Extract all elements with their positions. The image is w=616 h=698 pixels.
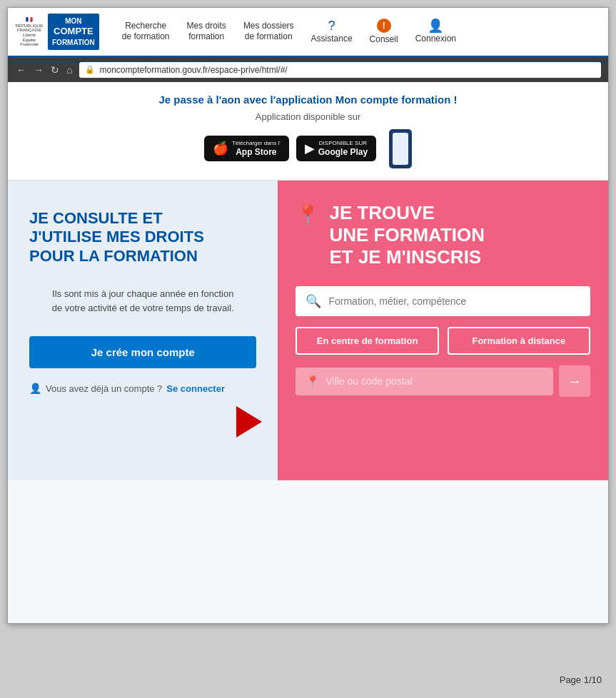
page-number: Page 1/10	[560, 674, 602, 685]
nav-item-connexion[interactable]: 👤 Connexion	[407, 16, 465, 48]
reload-button[interactable]: ↻	[49, 63, 61, 77]
arrow-container	[236, 406, 262, 437]
googleplay-small: DISPONIBLE SUR	[318, 140, 368, 147]
login-link[interactable]: Se connecter	[166, 383, 225, 394]
app-stores: 🍎 Télécharger dans l' App Store ▶ DISPON…	[22, 129, 594, 168]
appstore-small: Télécharger dans l'	[232, 140, 281, 147]
mcf-logo[interactable]: MON COMPTE FORMATION	[48, 14, 99, 50]
search-icon: 🔍	[306, 293, 321, 309]
location-pin-icon: 📍	[306, 375, 320, 388]
nav-dossiers-line1: Mes dossiers	[243, 21, 294, 32]
filter-centre-button[interactable]: En centre de formation	[296, 327, 438, 355]
right-panel-title: 📍 JE TROUVE UNE FORMATION ET JE M'INSCRI…	[296, 202, 590, 269]
republic-logo: 🇫🇷 RÉPUBLIQUEFRANÇAISELibertéÉgalitéFrat…	[15, 16, 44, 47]
google-icon: ▶	[305, 141, 315, 156]
formation-search-input[interactable]	[328, 295, 580, 307]
nav-connexion-label: Connexion	[415, 34, 456, 45]
logo-area: 🇫🇷 RÉPUBLIQUEFRANÇAISELibertéÉgalitéFrat…	[15, 14, 99, 50]
left-panel-description: Ils sont mis à jour chaque année en fonc…	[29, 287, 256, 315]
hero-wrapper: JE CONSULTE ET J'UTILISE MES DROITS POUR…	[8, 181, 608, 480]
filter-buttons: En centre de formation Formation à dista…	[296, 327, 590, 355]
location-row: 📍 →	[296, 365, 590, 397]
address-bar: ← → ↻ ⌂ 🔒 moncompteformation.gouv.fr/esp…	[8, 58, 608, 82]
apple-icon: 🍎	[213, 141, 228, 156]
map-pin-icon: 📍	[296, 203, 320, 228]
location-input[interactable]	[325, 375, 543, 387]
nav-recherche-line1: Recherche	[125, 21, 166, 32]
appstore-text: Télécharger dans l' App Store	[232, 140, 281, 157]
nav-droits-line1: Mes droits	[187, 21, 226, 32]
red-arrow-icon	[236, 406, 262, 437]
nav-dossiers-line2: de formation	[245, 31, 293, 43]
nav-item-conseil[interactable]: ! Conseil	[361, 16, 407, 49]
navigation-bar: 🇫🇷 RÉPUBLIQUEFRANÇAISELibertéÉgalitéFrat…	[8, 8, 608, 58]
right-panel: 📍 JE TROUVE UNE FORMATION ET JE M'INSCRI…	[278, 181, 608, 480]
nav-item-assistance[interactable]: ? Assistance	[303, 16, 361, 48]
bottom-area	[8, 480, 608, 623]
back-button[interactable]: ←	[15, 63, 28, 77]
googleplay-badge[interactable]: ▶ DISPONIBLE SUR Google Play	[296, 136, 376, 161]
location-input-wrap: 📍	[296, 368, 553, 395]
connexion-icon: 👤	[428, 19, 443, 32]
forward-button[interactable]: →	[32, 63, 45, 77]
nav-assistance-label: Assistance	[311, 34, 353, 45]
googleplay-name: Google Play	[318, 147, 368, 157]
googleplay-text: DISPONIBLE SUR Google Play	[318, 140, 368, 157]
create-account-button[interactable]: Je crée mon compte	[29, 336, 256, 368]
filter-distance-button[interactable]: Formation à distance	[448, 327, 590, 355]
lock-icon: 🔒	[85, 65, 95, 74]
appstore-name: App Store	[232, 147, 281, 157]
app-banner-subtitle: Application disponible sur	[22, 111, 594, 122]
go-button[interactable]: →	[559, 365, 590, 397]
login-text: Vous avez déjà un compte ?	[46, 383, 162, 394]
browser-controls: ← → ↻ ⌂	[15, 63, 74, 77]
hero-section: JE CONSULTE ET J'UTILISE MES DROITS POUR…	[8, 181, 608, 480]
nav-links: Recherche de formation Mes droits format…	[113, 16, 601, 49]
app-banner: Je passe à l'aon avec l'application Mon …	[8, 82, 608, 181]
assistance-icon: ?	[328, 19, 335, 32]
search-box: 🔍	[296, 286, 590, 316]
person-icon: 👤	[29, 383, 41, 394]
phone-mockup	[389, 129, 412, 168]
home-button[interactable]: ⌂	[65, 63, 74, 77]
url-bar[interactable]: 🔒 moncompteformation.gouv.fr/espace-priv…	[79, 62, 601, 78]
appstore-badge[interactable]: 🍎 Télécharger dans l' App Store	[204, 136, 289, 161]
nav-conseil-label: Conseil	[370, 34, 398, 46]
app-banner-title: Je passe à l'aon avec l'application Mon …	[22, 93, 594, 106]
main-content: Je passe à l'aon avec l'application Mon …	[8, 82, 608, 623]
left-panel-title: JE CONSULTE ET J'UTILISE MES DROITS POUR…	[29, 209, 256, 265]
nav-recherche-line2: de formation	[122, 31, 170, 43]
nav-item-dossiers[interactable]: Mes dossiers de formation	[235, 18, 303, 46]
login-link-row: 👤 Vous avez déjà un compte ? Se connecte…	[29, 383, 256, 394]
nav-droits-line2: formation	[188, 31, 224, 43]
nav-item-droits[interactable]: Mes droits formation	[178, 18, 235, 46]
conseil-icon: !	[377, 19, 391, 33]
url-text: moncompteformation.gouv.fr/espace-prive/…	[99, 65, 287, 75]
nav-item-recherche[interactable]: Recherche de formation	[113, 18, 178, 46]
browser-window: 🇫🇷 RÉPUBLIQUEFRANÇAISELibertéÉgalitéFrat…	[7, 7, 609, 624]
